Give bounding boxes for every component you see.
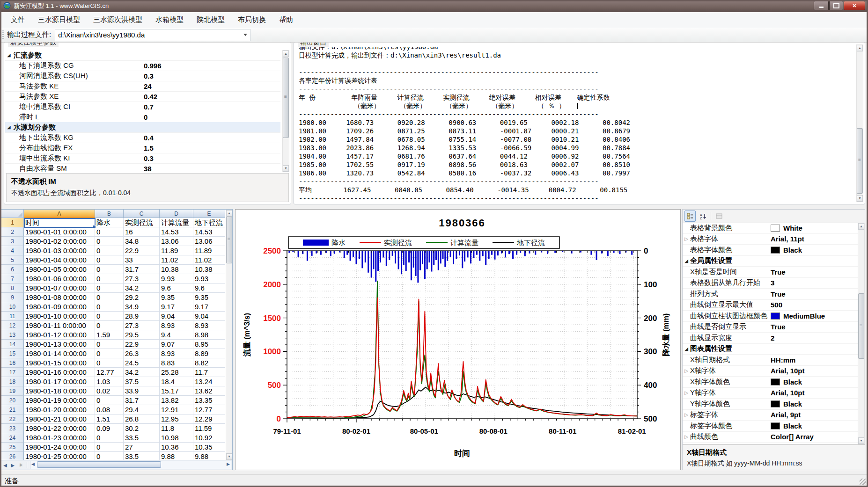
cell-D12[interactable]: 8.93 xyxy=(160,321,193,330)
row-header-7[interactable]: 7 xyxy=(1,274,24,283)
property-row[interactable]: X轴字体颜色Black xyxy=(683,377,858,388)
cell-B17[interactable]: 12.77 xyxy=(95,368,124,377)
property-row[interactable]: 排列方式True xyxy=(683,289,858,300)
cell-E19[interactable]: 13.62 xyxy=(193,386,225,396)
cell-D18[interactable]: 18.4 xyxy=(160,377,193,386)
cell-B9[interactable]: 0 xyxy=(95,293,124,302)
row-header-14[interactable]: 14 xyxy=(1,340,24,349)
cell-C13[interactable]: 29.5 xyxy=(124,330,160,340)
param-row[interactable]: 马法参数 XE0.42 xyxy=(5,91,280,102)
cell-A14[interactable]: 1980-01-13 0:00:00 xyxy=(24,340,95,349)
menu-item-4[interactable]: 水箱模型 xyxy=(149,13,190,27)
sheet-hscrollbar-thumb[interactable] xyxy=(37,461,161,468)
scroll-up-icon[interactable]: ▲ xyxy=(858,223,864,230)
resize-grip[interactable] xyxy=(860,479,866,485)
property-row[interactable]: ▷表格字体Arial, 11pt xyxy=(683,234,858,245)
cell-D22[interactable]: 12.95 xyxy=(160,414,193,424)
row-header-18[interactable]: 18 xyxy=(1,377,24,386)
expander-collapsed-icon[interactable]: ▷ xyxy=(683,434,690,439)
row-header-11[interactable]: 11 xyxy=(1,312,24,321)
cell-C14[interactable]: 22.9 xyxy=(124,340,160,349)
cell-D25[interactable]: 10.36 xyxy=(160,443,193,452)
cell-C22[interactable]: 26.8 xyxy=(124,414,160,424)
output-file-combobox[interactable]: d:\Xinan\xin3\res\yy1980.da xyxy=(55,29,250,41)
cell-D16[interactable]: 8.83 xyxy=(160,358,193,368)
row-header-13[interactable]: 13 xyxy=(1,330,24,340)
cell-D23[interactable]: 11.8 xyxy=(160,424,193,433)
cell-C17[interactable]: 34.2 xyxy=(124,368,160,377)
menu-item-6[interactable]: 布局切换 xyxy=(231,13,272,27)
cell-A6[interactable]: 1980-01-05 0:00:00 xyxy=(24,265,95,274)
cell-A17[interactable]: 1980-01-16 0:00:00 xyxy=(24,368,95,377)
param-row[interactable]: 马法参数 KE24 xyxy=(5,81,280,92)
params-scrollbar[interactable]: ▲ ▼ xyxy=(282,50,289,172)
cell-C3[interactable]: 34.8 xyxy=(124,237,160,246)
property-row[interactable]: ▷标签字体Arial, 9pt xyxy=(683,410,858,421)
nav-prev-icon[interactable]: ◀ xyxy=(1,463,9,468)
cell-A2[interactable]: 1980-01-01 0:00:00 xyxy=(24,227,95,237)
param-row[interactable]: 壤中出流系数 KI0.3 xyxy=(5,153,280,164)
menu-item-1[interactable]: 文件 xyxy=(4,13,31,27)
cell-C10[interactable]: 34.9 xyxy=(124,302,160,312)
cell-A4[interactable]: 1980-01-03 0:00:00 xyxy=(24,246,95,255)
cell-A8[interactable]: 1980-01-07 0:00:00 xyxy=(24,283,95,293)
add-sheet-icon[interactable]: ✳ xyxy=(16,462,25,468)
cell-C9[interactable]: 29.2 xyxy=(124,293,160,302)
cell-A15[interactable]: 1980-01-14 0:00:00 xyxy=(24,349,95,358)
cell-B12[interactable]: 0 xyxy=(95,321,124,330)
menu-item-7[interactable]: 帮助 xyxy=(272,13,300,27)
scroll-down-icon[interactable]: ▼ xyxy=(283,165,289,172)
row-header-9[interactable]: 9 xyxy=(1,293,24,302)
cell-D6[interactable]: 10.38 xyxy=(160,265,193,274)
cell-D24[interactable]: 10.98 xyxy=(160,433,193,443)
param-row[interactable]: 分布曲线指数 EX1.5 xyxy=(5,143,280,153)
cell-E18[interactable]: 13.24 xyxy=(193,377,225,386)
row-header-22[interactable]: 22 xyxy=(1,414,24,424)
row-header-20[interactable]: 20 xyxy=(1,396,24,405)
cell-C11[interactable]: 28.9 xyxy=(124,312,160,321)
property-row[interactable]: X轴是否是时间True xyxy=(683,267,858,278)
property-row[interactable]: 曲线显示宽度2 xyxy=(683,333,858,344)
cell-C8[interactable]: 34.2 xyxy=(124,283,160,293)
property-row[interactable]: ▷曲线颜色Color[] Array xyxy=(683,432,858,443)
cell-E15[interactable]: 8.89 xyxy=(193,349,225,358)
cell-B19[interactable]: 0.02 xyxy=(95,386,124,396)
maximize-button[interactable] xyxy=(829,1,843,10)
property-category[interactable]: ◢图表属性设置 xyxy=(683,344,858,355)
cell-B10[interactable]: 0 xyxy=(95,302,124,312)
expander-collapsed-icon[interactable]: ▷ xyxy=(683,390,690,395)
param-row[interactable]: 壤中消退系数 CI0.7 xyxy=(5,102,280,112)
row-header-17[interactable]: 17 xyxy=(1,368,24,377)
cell-E22[interactable]: 12.29 xyxy=(193,414,225,424)
sheet-vscrollbar[interactable]: ▲ ▼ xyxy=(226,210,232,460)
cell-A21[interactable]: 1980-01-20 0:00:00 xyxy=(24,405,95,414)
column-header-B[interactable]: B xyxy=(95,210,124,218)
row-header-25[interactable]: 25 xyxy=(1,443,24,452)
row-header-3[interactable]: 3 xyxy=(1,237,24,246)
output-scrollbar[interactable]: ▲ ▼ xyxy=(856,44,863,202)
property-row[interactable]: 曲线是否倒立显示True xyxy=(683,322,858,333)
cell-D4[interactable]: 11.89 xyxy=(160,246,193,255)
cell-D17[interactable]: 25.28 xyxy=(160,368,193,377)
cell-B11[interactable]: 0 xyxy=(95,312,124,321)
cell-B18[interactable]: 1.03 xyxy=(95,377,124,386)
cell-C21[interactable]: 29.4 xyxy=(124,405,160,414)
cell-E24[interactable]: 10.92 xyxy=(193,433,225,443)
cell-E10[interactable]: 9.17 xyxy=(193,302,225,312)
cell-E3[interactable]: 13.06 xyxy=(193,237,225,246)
cell-C6[interactable]: 31.7 xyxy=(124,265,160,274)
cell-E8[interactable]: 9.6 xyxy=(193,283,225,293)
param-row[interactable]: 自由水容量 SM38 xyxy=(5,163,280,174)
property-row[interactable]: ▷Y轴字体Arial, 10pt xyxy=(683,388,858,399)
cell-C25[interactable]: 27 xyxy=(124,443,160,452)
cell-A23[interactable]: 1980-01-22 0:00:00 xyxy=(24,424,95,433)
property-pages-button[interactable] xyxy=(714,211,725,222)
menu-item-5[interactable]: 陕北模型 xyxy=(190,13,231,27)
row-header-15[interactable]: 15 xyxy=(1,349,24,358)
property-row[interactable]: ▷X轴字体Arial, 10pt xyxy=(683,366,858,377)
sheet-vscrollbar-thumb[interactable] xyxy=(226,217,232,263)
row-header-6[interactable]: 6 xyxy=(1,265,24,274)
property-scrollbar[interactable]: ▲ ▼ xyxy=(858,223,865,444)
params-scrollbar-thumb[interactable] xyxy=(283,58,289,138)
param-row[interactable]: 地下出流系数 KG0.4 xyxy=(5,132,280,143)
